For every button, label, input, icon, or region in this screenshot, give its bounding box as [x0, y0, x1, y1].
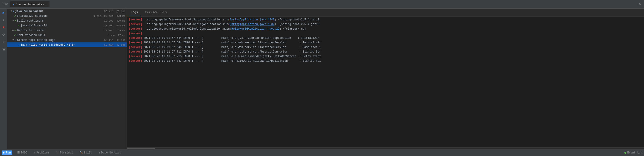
tree-duration-jhw: 13 sec, 454 ms [102, 24, 126, 27]
event-log-button[interactable]: Event Log [624, 151, 642, 155]
left-toolbar: ▶ ↓ ■ ⟳ ≡ 🗑 [0, 9, 7, 149]
tab-service-urls[interactable]: Service URLs [142, 9, 170, 16]
server-tag-5: [server] [129, 41, 142, 45]
log-text-0: at org.springframework.boot.SpringApplic… [144, 18, 321, 22]
log-line-7: [server] 2021-08-23 19:11:57.712 INFO 1 … [127, 50, 644, 54]
event-log-label: Event Log [627, 151, 642, 155]
main-content: ▶ ↓ ■ ⟳ ≡ 🗑 ▼ ✦ java-hello-world: 53 min… [0, 9, 644, 149]
log-text-5: 2021-08-23 19:11:57.644 INFO 1 --- [ mai… [144, 41, 321, 45]
bottom-build-button[interactable]: 🔨 Build [78, 151, 94, 155]
tree-label-jhw: java-hello-world [20, 24, 102, 27]
log-text-8: 2021-08-23 19:11:57.715 INFO 1 --- [ mai… [144, 54, 321, 59]
tree-item-port-forward[interactable]: ✔ Port forward URLs 1 sec, 77 ms [7, 33, 127, 38]
log-link-2[interactable]: HelloWorldApplication.java:22 [231, 27, 280, 30]
log-panel: Logs Service URLs [server] at org.spring… [127, 9, 644, 149]
server-tag-0: [server] [129, 18, 142, 22]
tab-title-label: Run on Kubernetes [16, 3, 44, 6]
run-icon: ▶ [3, 151, 5, 155]
tree-item-initialize-session[interactable]: ✔ Initialize session 1 min, 25 sec, 473 … [7, 13, 127, 18]
log-line-3: [server] [127, 31, 644, 36]
log-line-4: [server] 2021-08-23 19:11:57.644 INFO 1 … [127, 36, 644, 40]
check-icon-deploy: ✔ [14, 29, 16, 32]
tree-label-root: java-hello-world: [15, 10, 102, 13]
tree-duration-build: 13 sec, 499 ms [102, 19, 126, 22]
check-icon-port: ✔ [14, 33, 16, 37]
terminal-icon: ⬛ [56, 152, 59, 154]
log-line-2: [server] at cloudcode.helloworld.HelloWo… [127, 27, 644, 31]
tree-item-pod[interactable]: ✦ java-hello-world-78f85d9569-4575r 52 m… [7, 42, 127, 47]
check-icon-build: ✔ [14, 19, 16, 22]
log-line-5: [server] 2021-08-23 19:11:57.644 INFO 1 … [127, 40, 644, 45]
log-link-0[interactable]: SpringApplication.java:1343 [230, 18, 274, 21]
deps-icon: ◈ [98, 151, 100, 155]
top-bar-right: ⚙ [637, 2, 642, 7]
log-tabs: Logs Service URLs [127, 9, 644, 16]
tree-item-java-hello-world-root[interactable]: ▼ ✦ java-hello-world: 53 min, 20 sec [7, 9, 127, 13]
log-text-4: 2021-08-23 19:11:57.644 INFO 1 --- [ mai… [144, 36, 319, 40]
settings-icon[interactable]: ⚙ [637, 2, 642, 7]
tree-duration-init: 1 min, 25 sec, 473 ms [92, 15, 126, 17]
tree-duration-root: 53 min, 20 sec [102, 10, 126, 13]
run-tab[interactable]: ✦ Run on Kubernetes ✕ [10, 1, 50, 7]
server-tag-6: [server] [129, 45, 142, 49]
tree-label-pod: java-hello-world-78f85d9569-4575r [20, 43, 102, 47]
server-tag-9: [server] [129, 59, 142, 63]
problems-icon: ⚠ [34, 151, 36, 155]
stop-icon[interactable]: ■ [1, 25, 6, 30]
spin-icon-stream: ✦ [14, 38, 16, 42]
build-label: Build [84, 151, 92, 155]
bottom-run-button[interactable]: ▶ Run [2, 151, 12, 155]
arrow-build: ▼ [12, 19, 14, 22]
log-line-9: [server] 2021-08-23 19:11:57.743 INFO 1 … [127, 59, 644, 63]
tree-item-deploy[interactable]: ▶ ✔ Deploy to cluster 12 sec, 169 ms [7, 28, 127, 33]
tree-duration-port: 1 sec, 77 ms [106, 34, 126, 37]
log-text-6: 2021-08-23 19:11:57.645 INFO 1 --- [ mai… [144, 45, 321, 49]
problems-label: Problems [36, 151, 50, 155]
server-tag-8: [server] [129, 54, 142, 59]
tree-item-jhw-sub[interactable]: ✔ java-hello-world 13 sec, 454 ms [7, 23, 127, 28]
tree-duration-stream: 52 min, 49 sec [102, 39, 126, 42]
spin-icon-pod: ✦ [18, 43, 20, 47]
run-label: Run: [2, 3, 8, 6]
filter-icon[interactable]: ≡ [1, 39, 6, 45]
tree-item-build-containers[interactable]: ▼ ✔ Build containers 13 sec, 499 ms [7, 18, 127, 23]
build-icon: 🔨 [80, 151, 83, 155]
arrow-expand: ▼ [10, 10, 12, 12]
close-tab-icon[interactable]: ✕ [45, 3, 47, 6]
tree-label-build: Build containers [17, 19, 102, 22]
log-line-8: [server] 2021-08-23 19:11:57.715 INFO 1 … [127, 54, 644, 59]
log-line-0: [server] at org.springframework.boot.Spr… [127, 17, 644, 22]
top-bar: Run: ✦ Run on Kubernetes ✕ ⚙ [0, 0, 644, 9]
bottom-bar: ▶ Run ☰ TODO ⚠ Problems ⬛ Terminal 🔨 Bui… [0, 149, 644, 156]
bottom-terminal-button[interactable]: ⬛ Terminal [55, 151, 74, 155]
arrow-deploy: ▶ [12, 29, 14, 32]
tree-item-stream-logs[interactable]: ▼ ✦ Stream application logs 52 min, 49 s… [7, 38, 127, 42]
bottom-todo-button[interactable]: ☰ TODO [16, 151, 29, 155]
tab-logs[interactable]: Logs [127, 9, 142, 16]
log-text-2: at cloudcode.helloworld.HelloWorldApplic… [144, 27, 306, 31]
arrow-down-icon[interactable]: ↓ [1, 17, 6, 22]
event-log-dot [624, 152, 626, 154]
server-tag-4: [server] [129, 36, 142, 40]
bottom-dependencies-button[interactable]: ◈ Dependencies [97, 151, 122, 155]
horizontal-scrollbar[interactable] [127, 147, 644, 149]
bottom-problems-button[interactable]: ⚠ Problems [32, 151, 51, 155]
log-text-9: 2021-08-23 19:11:57.743 INFO 1 --- [ mai… [144, 59, 321, 63]
rerun-icon[interactable]: ▶ [1, 10, 6, 15]
log-link-1[interactable]: SpringApplication.java:1332 [230, 23, 274, 26]
top-bar-left: Run: ✦ Run on Kubernetes ✕ [2, 1, 50, 7]
trash-icon[interactable]: 🗑 [1, 47, 6, 52]
deps-label: Dependencies [101, 151, 121, 155]
arrow-stream: ▼ [12, 39, 14, 41]
terminal-label: Terminal [60, 151, 73, 155]
log-content[interactable]: [server] at org.springframework.boot.Spr… [127, 16, 644, 147]
tree-label-stream: Stream application logs [17, 39, 102, 42]
check-icon-init: ✔ [14, 14, 16, 18]
log-line-1: [server] at org.springframework.boot.Spr… [127, 22, 644, 27]
check-icon-jhw: ✔ [18, 24, 20, 27]
tree-duration-pod: 52 min, 49 sec [102, 44, 126, 46]
log-text-7: 2021-08-23 19:11:57.712 INFO 1 --- [ mai… [144, 50, 321, 54]
tree-label-port: Port forward URLs [17, 34, 106, 37]
log-text-1: at org.springframework.boot.SpringApplic… [144, 22, 321, 26]
rerun2-icon[interactable]: ⟳ [1, 32, 6, 37]
